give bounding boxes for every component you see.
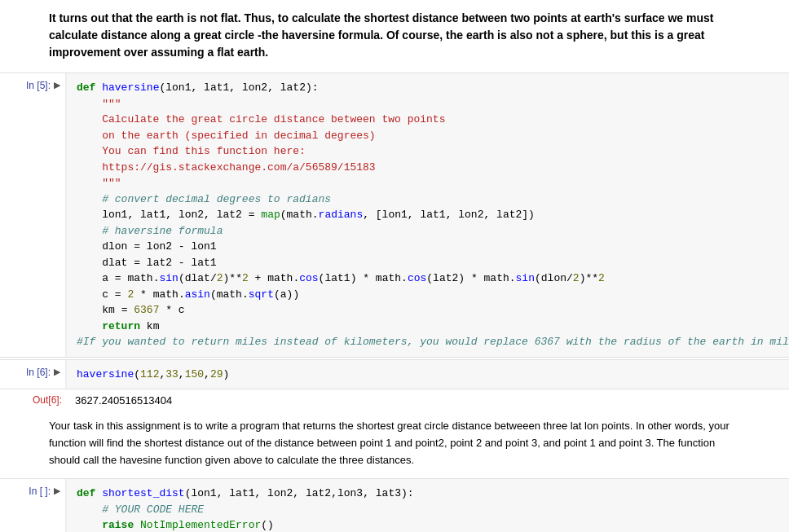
code-cell-5: In [5]: ▶ def haversine(lon1, lat1, lon2… (0, 73, 789, 358)
run-icon-7[interactable]: ▶ (54, 486, 60, 496)
code-cell-7: In [ ]: ▶ def shortest_dist(lon1, lat1, … (0, 478, 789, 532)
output-6-value: 3627.240516513404 (65, 391, 789, 410)
cell-7-content[interactable]: def shortest_dist(lon1, lat1, lon2, lat2… (65, 479, 789, 532)
output-row-6: Out[6]: 3627.240516513404 (0, 391, 789, 410)
text-cell-intro: It turns out that the earth is not flat.… (0, 0, 789, 71)
cell-7-in-label: In [ ]: (29, 486, 51, 497)
notebook: It turns out that the earth is not flat.… (0, 0, 789, 532)
cell-6-in-label: In [6]: (26, 367, 51, 378)
run-icon-5[interactable]: ▶ (54, 80, 60, 90)
cell-7-code: def shortest_dist(lon1, lat1, lon2, lat2… (77, 486, 779, 532)
code-cell-6: In [6]: ▶ haversine(112,33,150,29) (0, 359, 789, 390)
cell-5-content[interactable]: def haversine(lon1, lat1, lon2, lat2): "… (65, 73, 789, 357)
intro-text: It turns out that the earth is not flat.… (49, 11, 713, 59)
prose-cell-task: Your task in this assignment is to write… (0, 410, 789, 477)
cell-6-content[interactable]: haversine(112,33,150,29) (65, 360, 789, 389)
cell-5-in-label: In [5]: (26, 80, 51, 91)
cell-5-label: In [5]: ▶ (0, 73, 65, 357)
cell-7-label: In [ ]: ▶ (0, 479, 65, 532)
cell-5-code: def haversine(lon1, lat1, lon2, lat2): "… (77, 80, 779, 350)
task-text: Your task in this assignment is to write… (49, 420, 729, 466)
cell-6-code: haversine(112,33,150,29) (77, 367, 779, 383)
cell-6-label: In [6]: ▶ (0, 360, 65, 389)
run-icon-6[interactable]: ▶ (54, 367, 60, 377)
output-6-label: Out[6]: (0, 391, 65, 410)
